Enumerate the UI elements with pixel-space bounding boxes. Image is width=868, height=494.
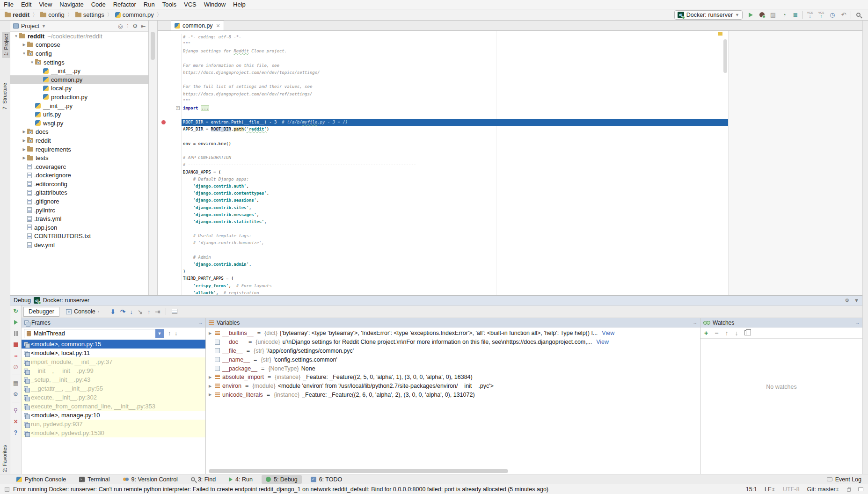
code-line[interactable]: env = environ.Env(): [158, 140, 728, 147]
editor-gutter[interactable]: [158, 218, 182, 225]
stripe-1-project[interactable]: 1: Project: [2, 32, 10, 58]
pause-button[interactable]: [12, 330, 20, 337]
frame-row[interactable]: execute, __init__.py:302: [22, 393, 205, 402]
view-link[interactable]: View: [602, 330, 614, 336]
code-line[interactable]: 'django.contrib.staticfiles',: [158, 218, 728, 225]
tree-item-commonpy[interactable]: common.py: [10, 75, 148, 84]
duplicate-button[interactable]: [744, 329, 749, 337]
editor-gutter[interactable]: [158, 176, 182, 183]
code-line[interactable]: [158, 133, 728, 140]
expand-arrow-icon[interactable]: ▶: [208, 384, 212, 388]
code-line[interactable]: Django settings for Reddit Clone project…: [158, 48, 728, 55]
collapse-all-icon[interactable]: ÷: [126, 23, 130, 29]
git-branch-indicator[interactable]: Git: master⇕: [807, 486, 839, 493]
profiler-button[interactable]: ◔: [779, 10, 789, 20]
expand-arrow-icon[interactable]: ▶: [21, 156, 27, 160]
move-down-button[interactable]: ↓: [735, 329, 738, 337]
editor-gutter[interactable]: [158, 62, 182, 69]
frame-row[interactable]: <module>, pydevd.py:1530: [22, 429, 205, 437]
editor-gutter[interactable]: [158, 197, 182, 204]
fold-marker-icon[interactable]: +: [176, 106, 180, 110]
pin-button[interactable]: ⚲: [12, 407, 20, 414]
code-line[interactable]: 'django.contrib.sessions',: [158, 197, 728, 204]
editor-gutter[interactable]: +: [158, 105, 182, 112]
code-line[interactable]: # -*- coding: utf-8 -*-: [158, 34, 728, 41]
stripe-7-structure[interactable]: 7: Structure: [2, 83, 7, 109]
editor-gutter[interactable]: [158, 119, 182, 126]
encoding-indicator[interactable]: UTF-8: [783, 486, 799, 493]
show-execution-point-button[interactable]: ⇓: [110, 308, 116, 315]
code-line[interactable]: 'django.contrib.sites',: [158, 204, 728, 211]
vcs-update-button[interactable]: VCS↓: [805, 10, 815, 20]
tree-item-pylintrc[interactable]: .pylintrc: [10, 206, 148, 215]
tree-item-tests[interactable]: ▶tests: [10, 153, 148, 162]
toolwindow-button-9-version-control[interactable]: 9: Version Control: [119, 475, 182, 484]
line-ending-indicator[interactable]: LF⇕: [765, 486, 775, 493]
editor-gutter[interactable]: [158, 112, 182, 119]
tree-item-CONTRIBUTORStxt[interactable]: CONTRIBUTORS.txt: [10, 232, 148, 241]
code-line[interactable]: APPS_DIR = ROOT_DIR.path('reddit'): [158, 126, 728, 133]
step-out-button[interactable]: ↑: [147, 308, 151, 315]
editor-gutter[interactable]: [158, 126, 182, 133]
vcs-commit-button[interactable]: VCS↑: [816, 10, 826, 20]
breakpoint-icon[interactable]: [161, 120, 166, 124]
editor-gutter[interactable]: [158, 290, 182, 295]
tree-item-wsgipy[interactable]: wsgi.py: [10, 119, 148, 128]
breadcrumb-item-settings[interactable]: settings: [74, 11, 105, 18]
code-line[interactable]: """: [158, 41, 728, 48]
code-line[interactable]: # Useful template tags:: [158, 232, 728, 240]
tree-item-gitignore[interactable]: .gitignore: [10, 197, 148, 206]
force-step-into-button[interactable]: ↘: [138, 308, 143, 315]
menu-item-navigate[interactable]: Navigate: [56, 0, 87, 8]
collapse-arrow-icon[interactable]: ▼: [13, 34, 19, 38]
frame-row[interactable]: __init__, __init__.py:99: [22, 366, 205, 375]
close-button[interactable]: ×: [12, 418, 20, 425]
toolwindow-button-python-console[interactable]: Python Console: [12, 475, 70, 484]
remove-button[interactable]: −: [715, 329, 718, 337]
menu-item-code[interactable]: Code: [88, 0, 109, 8]
mute-breakpoints-button[interactable]: ∅: [12, 363, 20, 370]
tree-item-compose[interactable]: ▶compose: [10, 41, 148, 50]
editor-gutter[interactable]: [158, 204, 182, 211]
expand-arrow-icon[interactable]: ▶: [21, 138, 27, 143]
run-button[interactable]: [745, 10, 756, 20]
editor-gutter[interactable]: [158, 225, 182, 232]
toolwindow-toggle-icon[interactable]: [5, 487, 9, 492]
code-line[interactable]: # --------------------------------------…: [158, 161, 728, 168]
editor-gutter[interactable]: [158, 98, 182, 105]
tree-item-gitattributes[interactable]: .gitattributes: [10, 189, 148, 197]
code-line[interactable]: THIRD_PARTY_APPS = (: [158, 275, 728, 282]
gear-icon[interactable]: ⚙: [845, 298, 849, 304]
code-line[interactable]: 'django.contrib.admin',: [158, 261, 728, 268]
run-configuration-select[interactable]: dj Docker: runserver ▼: [674, 10, 743, 20]
menu-item-edit[interactable]: Edit: [17, 0, 35, 8]
code-line[interactable]: [158, 147, 728, 154]
settings-button[interactable]: ⚙: [12, 391, 20, 398]
tree-item-coveragerc[interactable]: .coveragerc: [10, 162, 148, 171]
stripe-2-favorites[interactable]: 2: Favorites: [2, 445, 7, 472]
breadcrumb-item-config[interactable]: config: [39, 11, 66, 18]
stop-button[interactable]: [12, 341, 20, 348]
menu-item-refactor[interactable]: Refactor: [109, 0, 140, 8]
tree-item-travisyml[interactable]: .travis.yml: [10, 214, 148, 223]
variable-row[interactable]: __doc__={unicode} u'\nDjango settings fo…: [206, 338, 700, 347]
gear-icon[interactable]: ⚙: [132, 23, 138, 29]
panel-options-icon[interactable]: →: [198, 320, 203, 325]
editor-gutter[interactable]: [158, 283, 182, 290]
panel-options-icon[interactable]: →: [693, 320, 697, 325]
tree-item-config[interactable]: ▼config: [10, 49, 148, 58]
code-line[interactable]: # 'django.contrib.humanize',: [158, 240, 728, 247]
frame-row[interactable]: import_module, __init__.py:37: [22, 357, 205, 366]
variable-row[interactable]: __name__={str} 'config.settings.common': [206, 355, 700, 364]
editor-gutter[interactable]: [158, 247, 182, 254]
step-over-button[interactable]: ↷: [120, 308, 125, 315]
project-panel-scrollbar[interactable]: [149, 21, 158, 295]
code-line[interactable]: DJANGO_APPS = (: [158, 169, 728, 176]
coverage-button[interactable]: ▨: [768, 10, 778, 20]
code-line[interactable]: 'crispy_forms', # Form layouts: [158, 283, 728, 290]
editor-gutter[interactable]: [158, 76, 182, 83]
tab-console[interactable]: ≡ Console ›: [61, 307, 104, 317]
tree-item-localpy[interactable]: local.py: [10, 84, 148, 93]
toolwindow-button-4-run[interactable]: 4: Run: [225, 475, 257, 484]
editor-gutter[interactable]: [158, 34, 182, 41]
